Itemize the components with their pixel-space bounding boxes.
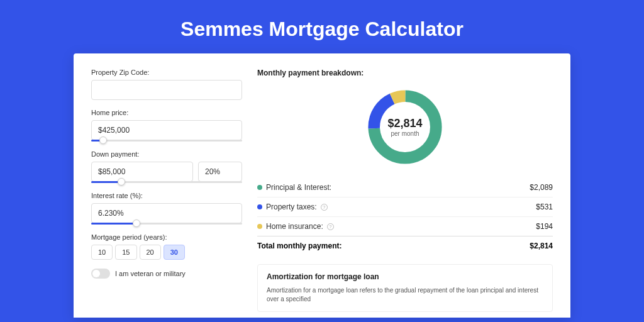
legend-value: $531 — [536, 203, 553, 211]
legend-label: Home insurance: — [266, 222, 323, 231]
total-value: $2,814 — [530, 242, 553, 250]
legend-value: $2,089 — [530, 183, 553, 192]
home-price-field: Home price: — [91, 109, 242, 142]
payment-donut-chart: $2,814 per month — [364, 86, 446, 168]
calculator-card: Property Zip Code: Home price: Down paym… — [74, 53, 570, 318]
donut-center-value: $2,814 — [387, 117, 422, 130]
down-payment-label: Down payment: — [91, 150, 242, 158]
home-price-slider[interactable] — [91, 140, 242, 142]
down-payment-field: Down payment: — [91, 150, 242, 183]
amortization-text: Amortization for a mortgage loan refers … — [267, 286, 543, 304]
legend-insurance: Home insurance: ? $194 — [257, 217, 553, 236]
legend-label: Principal & Interest: — [266, 183, 331, 192]
period-btn-30[interactable]: 30 — [164, 245, 185, 260]
dot-icon — [257, 224, 262, 229]
dot-icon — [257, 185, 262, 190]
period-buttons: 10 15 20 30 — [91, 245, 242, 260]
interest-input[interactable] — [91, 203, 242, 223]
legend-taxes: Property taxes: ? $531 — [257, 197, 553, 217]
help-icon[interactable]: ? — [321, 204, 328, 211]
help-icon[interactable]: ? — [327, 223, 334, 230]
period-btn-15[interactable]: 15 — [115, 245, 136, 260]
interest-label: Interest rate (%): — [91, 192, 242, 199]
breakdown-title: Monthly payment breakdown: — [257, 69, 553, 77]
period-btn-20[interactable]: 20 — [140, 245, 161, 260]
amortization-title: Amortization for mortgage loan — [267, 272, 543, 281]
form-panel: Property Zip Code: Home price: Down paym… — [91, 69, 242, 318]
donut-center-label: per month — [391, 130, 419, 137]
veteran-toggle[interactable] — [91, 269, 110, 279]
total-label: Total monthly payment: — [257, 242, 341, 250]
veteran-label: I am veteran or military — [115, 270, 186, 277]
down-payment-pct-input[interactable] — [198, 162, 242, 182]
total-row: Total monthly payment: $2,814 — [257, 236, 553, 255]
interest-slider[interactable] — [91, 223, 242, 225]
home-price-label: Home price: — [91, 109, 242, 116]
period-field: Mortgage period (years): 10 15 20 30 — [91, 233, 242, 260]
amortization-box: Amortization for mortgage loan Amortizat… — [257, 264, 553, 312]
page-title: Semmes Mortgage Calculator — [0, 0, 644, 53]
legend-label: Property taxes: — [266, 203, 317, 211]
zip-field: Property Zip Code: — [91, 69, 242, 100]
legend-value: $194 — [536, 222, 553, 231]
breakdown-panel: Monthly payment breakdown: $2,814 per mo… — [257, 69, 553, 318]
veteran-row: I am veteran or military — [91, 269, 242, 279]
legend-principal: Principal & Interest: $2,089 — [257, 178, 553, 197]
down-payment-input[interactable] — [91, 162, 193, 182]
home-price-input[interactable] — [91, 120, 242, 140]
down-payment-slider[interactable] — [91, 181, 242, 183]
interest-field: Interest rate (%): — [91, 192, 242, 225]
zip-input[interactable] — [91, 80, 242, 100]
period-label: Mortgage period (years): — [91, 233, 242, 241]
dot-icon — [257, 204, 262, 209]
period-btn-10[interactable]: 10 — [91, 245, 113, 260]
zip-label: Property Zip Code: — [91, 69, 242, 76]
